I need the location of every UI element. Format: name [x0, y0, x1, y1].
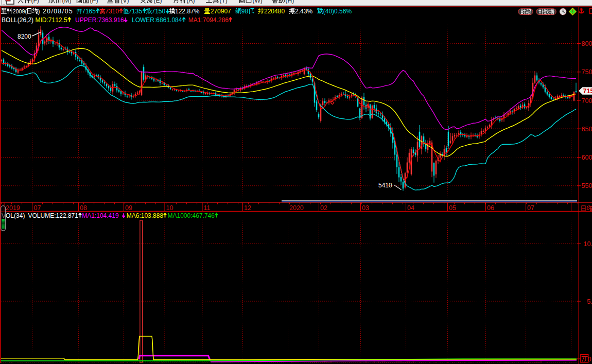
svg-text:2: 2: [43, 8, 46, 15]
svg-text:V: V: [28, 212, 32, 219]
svg-text:4: 4: [179, 16, 182, 24]
svg-text:09: 09: [125, 204, 132, 212]
svg-text:12: 12: [244, 204, 251, 212]
svg-text:W: W: [140, 16, 146, 24]
svg-text:%: %: [346, 8, 352, 15]
svg-text:A: A: [87, 212, 91, 219]
svg-text:(H): (H): [286, 0, 294, 4]
svg-text:05: 05: [449, 204, 456, 212]
svg-text:02: 02: [320, 204, 327, 212]
svg-text:P: P: [80, 16, 84, 24]
svg-text:0: 0: [65, 8, 68, 15]
svg-text:2020: 2020: [289, 204, 304, 212]
svg-text:E: E: [146, 16, 150, 24]
svg-text:750.: 750.: [582, 68, 592, 76]
svg-text:A: A: [194, 16, 198, 24]
svg-text:0: 0: [115, 8, 119, 15]
svg-text:07: 07: [527, 204, 534, 212]
svg-text:6: 6: [211, 212, 215, 219]
svg-text:B: B: [2, 16, 6, 24]
svg-text:5410: 5410: [378, 182, 392, 189]
svg-text:D: D: [42, 16, 47, 24]
svg-text:U: U: [75, 16, 80, 24]
svg-text:550.: 550.: [582, 182, 592, 189]
svg-text:7150: 7150: [583, 88, 592, 95]
svg-text:0: 0: [281, 8, 285, 15]
svg-text:6: 6: [120, 16, 124, 24]
svg-text:O: O: [135, 16, 140, 24]
svg-text:11: 11: [204, 204, 211, 212]
svg-text:O: O: [32, 212, 37, 219]
svg-text:M: M: [45, 212, 50, 219]
svg-text:M: M: [168, 212, 173, 219]
svg-text:U: U: [41, 212, 45, 219]
svg-text:6: 6: [225, 16, 229, 24]
svg-text:04: 04: [407, 204, 414, 212]
svg-text:(F): (F): [31, 0, 39, 4]
svg-text:(: (: [25, 8, 27, 14]
svg-text:(E): (E): [154, 0, 162, 4]
svg-text:0: 0: [162, 8, 166, 15]
svg-text:E: E: [88, 16, 92, 24]
svg-text:(P): (P): [90, 0, 98, 4]
svg-text:E: E: [50, 212, 54, 219]
svg-text:06: 06: [487, 204, 494, 212]
svg-text:M: M: [36, 16, 41, 24]
svg-text:(W): (W): [253, 0, 263, 4]
svg-text:5: 5: [64, 16, 67, 24]
svg-text:08: 08: [80, 204, 87, 212]
svg-text:1: 1: [75, 212, 78, 219]
svg-text:): ): [23, 212, 25, 219]
svg-text:700.: 700.: [582, 97, 592, 105]
svg-text:(A): (A): [187, 0, 195, 4]
svg-text:5: 5: [69, 8, 73, 15]
svg-text:800.: 800.: [582, 40, 592, 47]
svg-text:): ): [31, 16, 33, 24]
svg-text:07: 07: [34, 204, 41, 212]
svg-text:03: 03: [362, 204, 369, 212]
svg-text:P: P: [84, 16, 88, 24]
svg-text:600.: 600.: [582, 154, 592, 161]
svg-text:10.: 10.: [584, 240, 592, 248]
svg-text:%: %: [194, 8, 200, 15]
svg-text:O: O: [6, 212, 10, 219]
svg-text:A: A: [132, 212, 136, 219]
svg-text:): ): [38, 8, 40, 15]
svg-text:(V): (V): [121, 0, 129, 4]
svg-text:8200: 8200: [18, 33, 31, 40]
svg-text:7: 7: [228, 8, 231, 15]
svg-text:5: 5: [138, 8, 142, 15]
svg-text:5: 5: [92, 8, 96, 15]
svg-text:(M): (M): [62, 0, 72, 4]
svg-text:650.: 650.: [582, 126, 592, 133]
svg-text:O: O: [6, 16, 10, 24]
svg-text:2019: 2019: [6, 204, 20, 212]
svg-text:10: 10: [166, 204, 173, 212]
svg-text:%: %: [307, 8, 312, 15]
svg-text:M: M: [188, 16, 194, 24]
svg-text:0: 0: [54, 8, 57, 15]
svg-text:0: 0: [47, 8, 50, 15]
svg-text:R: R: [150, 16, 154, 24]
svg-text:9: 9: [115, 212, 119, 219]
svg-text:8: 8: [160, 212, 163, 219]
svg-text:M: M: [82, 212, 87, 219]
svg-text:(T): (T): [220, 0, 228, 4]
svg-text:M: M: [127, 212, 132, 219]
svg-text:8: 8: [58, 8, 62, 15]
svg-text:8: 8: [245, 8, 248, 15]
svg-text:A: A: [173, 212, 177, 219]
svg-text:5.: 5.: [587, 298, 592, 305]
